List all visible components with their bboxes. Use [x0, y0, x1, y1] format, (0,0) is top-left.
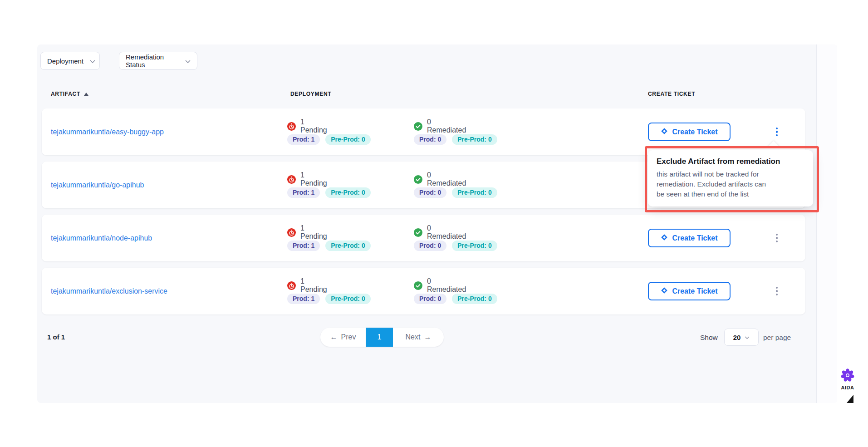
cursor-artifact: [847, 395, 853, 403]
aida-widget[interactable]: AIDA: [836, 368, 859, 390]
deployment-filter-label: Deployment: [47, 57, 83, 65]
page-size-value: 20: [733, 334, 741, 341]
artifact-link[interactable]: tejakummarikuntla/exclusion-service: [51, 268, 167, 314]
preprod-badge: Pre-Prod: 0: [325, 187, 370, 198]
prod-badge: Prod: 1: [287, 241, 320, 251]
remediated-check-icon: [414, 122, 422, 131]
next-page-label: Next: [406, 333, 421, 341]
remediated-check-icon: [414, 175, 422, 184]
prod-badge: Prod: 0: [414, 134, 446, 145]
preprod-badge: Pre-Prod: 0: [452, 187, 497, 198]
arrow-right-icon: →: [424, 333, 431, 341]
tooltip-title: Exclude Artifact from remediation: [657, 157, 804, 166]
remediated-count-label: 0 Remediated: [427, 171, 466, 187]
create-ticket-label: Create Ticket: [672, 287, 717, 295]
tooltip-text-line: this artifact will not be tracked for: [657, 169, 804, 179]
pending-count-label: 1 Pending: [300, 224, 327, 241]
remediated-check-icon: [414, 228, 422, 237]
create-ticket-button[interactable]: Create Ticket: [648, 282, 731, 300]
current-page-button[interactable]: 1: [366, 328, 393, 347]
create-ticket-label: Create Ticket: [672, 234, 717, 242]
column-header-create-ticket-label: CREATE TICKET: [648, 91, 695, 97]
sort-ascending-icon: [84, 93, 88, 96]
table-row: tejakummarikuntla/easy-buggy-app 1 Pendi…: [42, 108, 805, 155]
aida-flower-icon: [836, 368, 859, 383]
column-header-create-ticket: CREATE TICKET: [648, 91, 695, 97]
column-header-artifact-label: ARTIFACT: [51, 91, 80, 97]
exclude-artifact-tooltip: Exclude Artifact from remediation this a…: [648, 150, 813, 206]
chevron-down-icon: [90, 57, 95, 65]
create-ticket-button[interactable]: Create Ticket: [648, 229, 731, 247]
next-page-button[interactable]: Next →: [393, 328, 444, 347]
chevron-down-icon: [745, 333, 750, 341]
prod-badge: Prod: 0: [414, 294, 446, 304]
show-label: Show: [700, 334, 718, 342]
tooltip-text-line: remediation. Excluded artifacts can: [657, 179, 804, 189]
prod-badge: Prod: 1: [287, 294, 320, 304]
scrollbar-track[interactable]: [816, 44, 837, 403]
remediation-status-filter-label: Remediation Status: [126, 53, 179, 69]
pending-clock-icon: [287, 281, 296, 290]
column-header-artifact[interactable]: ARTIFACT: [51, 91, 88, 97]
remediated-count-label: 0 Remediated: [427, 118, 466, 134]
preprod-badge: Pre-Prod: 0: [452, 134, 497, 145]
remediated-check-icon: [414, 281, 422, 290]
preprod-badge: Pre-Prod: 0: [452, 241, 497, 251]
table-row: tejakummarikuntla/node-apihub 1 Pending …: [42, 215, 805, 261]
column-header-deployment: DEPLOYMENT: [290, 91, 331, 97]
column-header-deployment-label: DEPLOYMENT: [290, 91, 331, 97]
artifact-link[interactable]: tejakummarikuntla/easy-buggy-app: [51, 108, 164, 155]
pending-clock-icon: [287, 122, 296, 131]
pending-count-label: 1 Pending: [300, 277, 327, 294]
screen: Deployment Remediation Status ARTIFACT D…: [0, 0, 868, 447]
pagination: ← Prev 1 Next →: [320, 328, 444, 347]
tooltip-text-line: be seen at then end of the list: [657, 189, 804, 199]
preprod-badge: Pre-Prod: 0: [325, 294, 370, 304]
remediated-count-label: 0 Remediated: [427, 277, 466, 294]
ticket-diamond-icon: [661, 234, 668, 243]
preprod-badge: Pre-Prod: 0: [452, 294, 497, 304]
prod-badge: Prod: 0: [414, 187, 446, 198]
page-summary: 1 of 1: [47, 333, 65, 341]
arrow-left-icon: ←: [330, 333, 338, 341]
create-ticket-label: Create Ticket: [672, 128, 717, 136]
ticket-diamond-icon: [661, 128, 668, 137]
prod-badge: Prod: 1: [287, 187, 320, 198]
prod-badge: Prod: 0: [414, 241, 446, 251]
create-ticket-button[interactable]: Create Ticket: [648, 123, 731, 141]
pending-count-label: 1 Pending: [300, 171, 327, 187]
ticket-diamond-icon: [661, 287, 668, 296]
prev-page-button[interactable]: ← Prev: [320, 328, 366, 347]
pending-clock-icon: [287, 175, 296, 184]
aida-label: AIDA: [836, 385, 859, 390]
remediation-status-filter-dropdown[interactable]: Remediation Status: [119, 52, 197, 70]
table-row: tejakummarikuntla/exclusion-service 1 Pe…: [42, 268, 805, 314]
per-page-label: per page: [763, 334, 791, 342]
chevron-down-icon: [185, 57, 191, 65]
artifact-link[interactable]: tejakummarikuntla/node-apihub: [51, 215, 152, 261]
pending-clock-icon: [287, 228, 296, 237]
deployment-filter-dropdown[interactable]: Deployment: [40, 52, 100, 70]
artifact-link[interactable]: tejakummarikuntla/go-apihub: [51, 162, 144, 208]
prod-badge: Prod: 1: [287, 134, 320, 145]
prev-page-label: Prev: [341, 333, 356, 341]
pending-count-label: 1 Pending: [300, 118, 327, 134]
page-size-dropdown[interactable]: 20: [724, 329, 759, 346]
preprod-badge: Pre-Prod: 0: [325, 241, 370, 251]
row-actions-kebab-button[interactable]: [768, 215, 786, 261]
row-actions-kebab-button[interactable]: [768, 268, 786, 314]
remediated-count-label: 0 Remediated: [427, 224, 466, 241]
preprod-badge: Pre-Prod: 0: [325, 134, 370, 145]
